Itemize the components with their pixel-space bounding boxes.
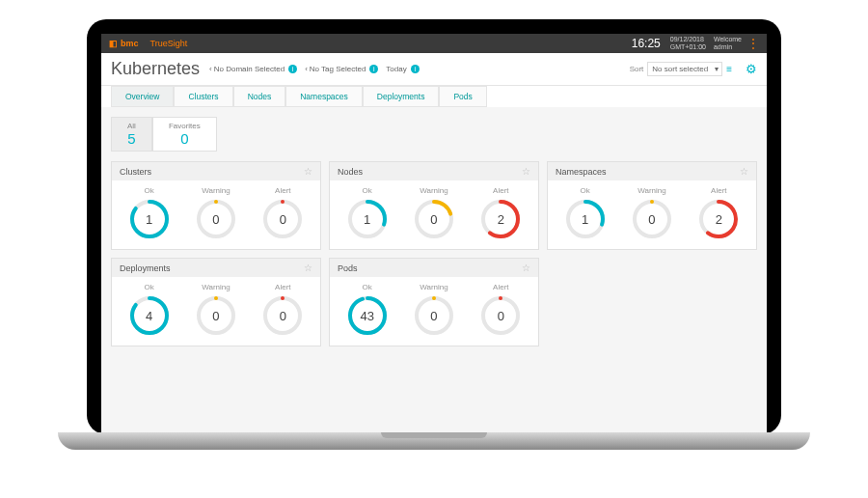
metric-value: 0 <box>480 295 521 336</box>
laptop-base <box>58 432 810 450</box>
card-body: Ok 1 Warning 0 Alert 0 <box>112 180 320 249</box>
metric-label: Warning <box>400 283 467 291</box>
metric-label: Ok <box>334 186 400 195</box>
metric-value: 1 <box>565 199 606 239</box>
donut-alert[interactable]: 2 <box>480 199 521 239</box>
metric-value: 1 <box>129 199 170 239</box>
metric-label: Warning <box>618 186 685 195</box>
sort-direction-button[interactable]: ≡ <box>726 64 732 74</box>
summary-fav-label: Favorites <box>169 122 201 130</box>
donut-alert[interactable]: 2 <box>698 199 739 239</box>
filter-date[interactable]: Today i <box>386 65 419 73</box>
tab-overview[interactable]: Overview <box>111 86 174 107</box>
tab-deployments[interactable]: Deployments <box>363 86 440 107</box>
summary-tab-all[interactable]: All 5 <box>111 117 152 152</box>
card-title: Nodes <box>338 167 363 177</box>
product-name: TrueSight <box>150 39 188 48</box>
star-icon[interactable]: ☆ <box>522 263 530 273</box>
donut-warning[interactable]: 0 <box>632 199 672 239</box>
metric-alert: Alert 0 <box>250 283 316 336</box>
kebab-menu-icon[interactable]: ⋮ <box>747 37 759 50</box>
card-body: Ok 1 Warning 0 Alert 2 <box>330 180 538 249</box>
card-header: Nodes ☆ <box>330 162 538 180</box>
metric-ok: Ok 4 <box>116 283 182 336</box>
tab-clusters[interactable]: Clusters <box>174 86 232 107</box>
tab-namespaces[interactable]: Namespaces <box>285 86 363 107</box>
star-icon[interactable]: ☆ <box>304 166 312 177</box>
tab-nodes[interactable]: Nodes <box>233 86 286 107</box>
donut-ok[interactable]: 4 <box>129 295 170 336</box>
metric-label: Warning <box>182 283 249 291</box>
sort-select[interactable]: No sort selected ▾ <box>647 62 722 76</box>
metric-value: 2 <box>480 199 521 239</box>
metric-warning: Warning 0 <box>618 186 685 239</box>
metric-ok: Ok 1 <box>116 186 182 239</box>
filter-tag[interactable]: ‹ No Tag Selected i <box>305 65 378 73</box>
info-icon[interactable]: i <box>369 65 378 73</box>
info-icon[interactable]: i <box>411 65 420 73</box>
card-header: Deployments ☆ <box>112 259 320 277</box>
donut-alert[interactable]: 0 <box>262 199 303 239</box>
metric-label: Alert <box>468 283 534 291</box>
metric-ok: Ok 1 <box>552 186 618 239</box>
metric-value: 0 <box>262 295 303 336</box>
clock-date: 09/12/2018 <box>670 36 706 43</box>
metric-label: Warning <box>182 186 249 195</box>
star-icon[interactable]: ☆ <box>740 166 748 177</box>
donut-warning[interactable]: 0 <box>414 199 454 239</box>
welcome-label: Welcome <box>714 36 742 43</box>
donut-warning[interactable]: 0 <box>196 295 236 336</box>
nav-tabs: OverviewClustersNodesNamespacesDeploymen… <box>101 86 767 107</box>
summary-fav-value: 0 <box>169 130 201 147</box>
metric-value: 0 <box>414 295 454 336</box>
chevron-left-icon: ‹ <box>305 65 308 73</box>
metric-label: Ok <box>334 283 400 291</box>
metric-value: 1 <box>347 199 388 239</box>
info-icon[interactable]: i <box>288 65 297 73</box>
donut-ok[interactable]: 1 <box>129 199 170 239</box>
metric-value: 0 <box>632 199 672 239</box>
clock-tz: GMT+01:00 <box>670 43 706 51</box>
summary-tabs: All 5 Favorites 0 <box>111 117 757 152</box>
metric-value: 0 <box>196 295 236 336</box>
metric-alert: Alert 0 <box>468 283 534 336</box>
metric-value: 0 <box>196 199 236 239</box>
filter-domain[interactable]: ‹ No Domain Selected i <box>209 65 297 73</box>
chevron-left-icon: ‹ <box>209 65 212 73</box>
tab-pods[interactable]: Pods <box>439 86 486 107</box>
metric-label: Ok <box>552 186 618 195</box>
welcome-block: Welcome admin <box>714 36 742 50</box>
card-body: Ok 4 Warning 0 Alert 0 <box>112 277 320 346</box>
donut-ok[interactable]: 43 <box>347 295 388 336</box>
clock-meta: 09/12/2018 GMT+01:00 <box>670 36 706 50</box>
card-deployments: Deployments ☆ Ok 4 Warning 0 Alert <box>111 258 321 346</box>
sort-label: Sort <box>630 65 644 73</box>
summary-tab-favorites[interactable]: Favorites 0 <box>152 117 217 152</box>
card-title: Clusters <box>120 167 151 177</box>
donut-alert[interactable]: 0 <box>262 295 303 336</box>
donut-ok[interactable]: 1 <box>565 199 606 239</box>
donut-warning[interactable]: 0 <box>196 199 236 239</box>
gear-icon[interactable]: ⚙ <box>746 62 757 76</box>
summary-all-value: 5 <box>127 130 136 147</box>
star-icon[interactable]: ☆ <box>304 263 312 273</box>
cards-grid: Clusters ☆ Ok 1 Warning 0 Alert <box>111 161 757 346</box>
metric-value: 0 <box>414 199 454 239</box>
donut-warning[interactable]: 0 <box>414 295 454 336</box>
page-title: Kubernetes <box>111 59 200 79</box>
metric-value: 4 <box>129 295 170 336</box>
metric-label: Alert <box>250 283 316 291</box>
card-title: Pods <box>338 263 358 273</box>
card-namespaces: Namespaces ☆ Ok 1 Warning 0 Alert <box>547 161 757 250</box>
metric-alert: Alert 0 <box>250 186 316 239</box>
card-header: Clusters ☆ <box>112 162 320 180</box>
metric-warning: Warning 0 <box>182 283 249 336</box>
metric-value: 2 <box>698 199 739 239</box>
card-header: Pods ☆ <box>330 259 538 277</box>
metric-value: 43 <box>347 295 388 336</box>
card-body: Ok 43 Warning 0 Alert 0 <box>330 277 538 346</box>
donut-alert[interactable]: 0 <box>480 295 521 336</box>
bmc-logo: ◧ bmc <box>109 39 139 48</box>
star-icon[interactable]: ☆ <box>522 166 530 177</box>
donut-ok[interactable]: 1 <box>347 199 388 239</box>
